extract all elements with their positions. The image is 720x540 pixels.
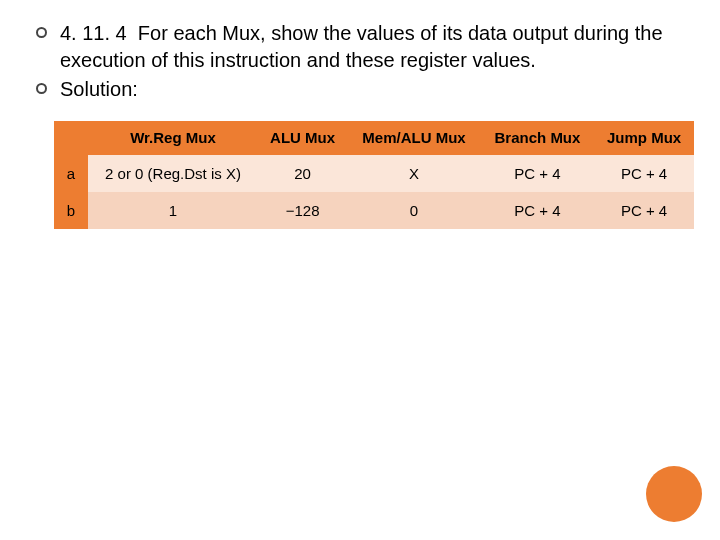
col-header: Wr.Reg Mux bbox=[88, 121, 258, 155]
cell: 20 bbox=[258, 155, 347, 192]
cell: PC + 4 bbox=[481, 155, 594, 192]
col-header: Branch Mux bbox=[481, 121, 594, 155]
cell: PC + 4 bbox=[594, 192, 694, 229]
cell: 0 bbox=[347, 192, 481, 229]
col-header: ALU Mux bbox=[258, 121, 347, 155]
cell: X bbox=[347, 155, 481, 192]
bullet-text: For each Mux, show the values of its dat… bbox=[60, 22, 663, 71]
cell: PC + 4 bbox=[481, 192, 594, 229]
mux-table: Wr.Reg Mux ALU Mux Mem/ALU Mux Branch Mu… bbox=[54, 121, 694, 229]
col-header: Jump Mux bbox=[594, 121, 694, 155]
bullet-ring-icon bbox=[36, 27, 47, 38]
bullet-number: 4. 11. 4 bbox=[60, 22, 127, 44]
row-header: b bbox=[54, 192, 88, 229]
cell: 1 bbox=[88, 192, 258, 229]
bullet-item: Solution: bbox=[28, 76, 692, 103]
bullet-ring-icon bbox=[36, 83, 47, 94]
table-row: b 1 −128 0 PC + 4 PC + 4 bbox=[54, 192, 694, 229]
col-header: Mem/ALU Mux bbox=[347, 121, 481, 155]
bullet-text: Solution: bbox=[60, 78, 138, 100]
cell: −128 bbox=[258, 192, 347, 229]
row-header: a bbox=[54, 155, 88, 192]
table-row: a 2 or 0 (Reg.Dst is X) 20 X PC + 4 PC +… bbox=[54, 155, 694, 192]
corner-circle-icon bbox=[646, 466, 702, 522]
bullet-item: 4. 11. 4 For each Mux, show the values o… bbox=[28, 20, 692, 74]
cell: 2 or 0 (Reg.Dst is X) bbox=[88, 155, 258, 192]
cell: PC + 4 bbox=[594, 155, 694, 192]
bullet-list: 4. 11. 4 For each Mux, show the values o… bbox=[28, 20, 692, 103]
table-corner bbox=[54, 121, 88, 155]
